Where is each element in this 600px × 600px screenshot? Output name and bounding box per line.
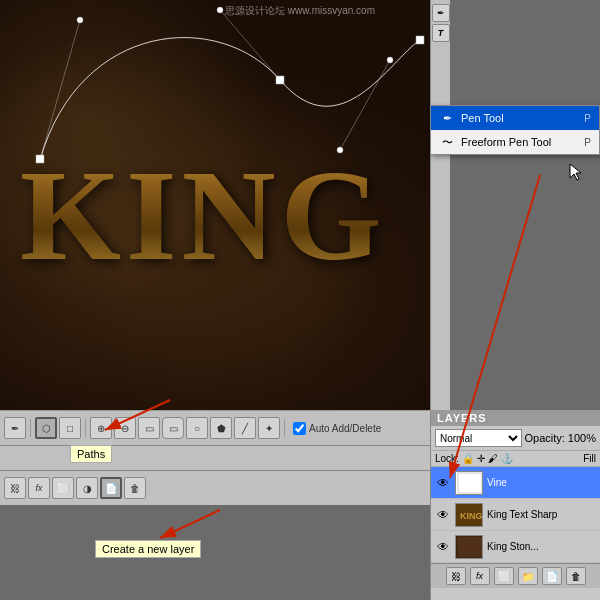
svg-line-19 [160, 510, 220, 538]
layer-eye-king-stone[interactable]: 👁 [435, 539, 451, 555]
opacity-value: 100% [568, 432, 596, 444]
rounded-rect-btn[interactable]: ▭ [162, 417, 184, 439]
polygon-btn[interactable]: ⬟ [210, 417, 232, 439]
pen-tool-dropdown: ✒ Pen Tool P 〜 Freeform Pen Tool P [430, 105, 600, 155]
adjustment-btn[interactable]: ◑ [76, 477, 98, 499]
pen-tool-icon: ✒ [439, 110, 455, 126]
layer-name-vine: Vine [487, 477, 596, 488]
layer-thumb-vine [455, 471, 483, 495]
lock-icon[interactable]: 🔒 [462, 453, 474, 464]
svg-text:KING: KING [460, 511, 482, 521]
canvas-area: KING [0, 0, 430, 410]
svg-rect-15 [458, 537, 482, 557]
paths-tooltip: Paths [70, 445, 112, 463]
subtract-path-btn[interactable]: ⊖ [114, 417, 136, 439]
line-btn[interactable]: ╱ [234, 417, 256, 439]
lock-label: Lock: [435, 453, 459, 464]
pen-tool-label: Pen Tool [461, 112, 504, 124]
layer-eye-king-text[interactable]: 👁 [435, 507, 451, 523]
watermark: 思源设计论坛 www.missvyan.com [225, 4, 375, 18]
freeform-pen-label: Freeform Pen Tool [461, 136, 551, 148]
new-group-btn[interactable]: 📁 [518, 567, 538, 585]
move-icon[interactable]: ✛ [477, 453, 485, 464]
add-path-btn[interactable]: ⊕ [90, 417, 112, 439]
brush-icon[interactable]: 🖌 [488, 453, 498, 464]
layer-eye-vine[interactable]: 👁 [435, 475, 451, 491]
fill-label: Fill [583, 453, 596, 464]
auto-add-delete-area: Auto Add/Delete [293, 422, 381, 435]
layers-title: LAYERS [431, 410, 600, 426]
layers-panel: LAYERS Normal Opacity: 100% Lock: 🔒 ✛ 🖌 … [430, 410, 600, 600]
freeform-pen-tool-item[interactable]: 〜 Freeform Pen Tool P [431, 130, 599, 154]
opacity-label: Opacity: [525, 432, 565, 444]
text-tool-button[interactable]: T [432, 24, 450, 42]
paths-btn[interactable]: ⬡ [35, 417, 57, 439]
mask-btn[interactable]: ⬜ [52, 477, 74, 499]
pen-tool-item[interactable]: ✒ Pen Tool P [431, 106, 599, 130]
fx-btn[interactable]: fx [28, 477, 50, 499]
right-toolbar: ✒ T [430, 0, 450, 410]
sep3 [284, 419, 285, 437]
main-toolbar: ✒ ⬡ □ ⊕ ⊖ ▭ ▭ ○ ⬟ ╱ ✦ Auto Add/Delete [0, 410, 430, 445]
new-layer-panel-btn[interactable]: 📄 [542, 567, 562, 585]
new-layer-tooltip: Create a new layer [95, 540, 201, 558]
layer-fx-btn[interactable]: fx [470, 567, 490, 585]
auto-add-delete-checkbox[interactable] [293, 422, 306, 435]
pen-tool-button[interactable]: ✒ [432, 4, 450, 22]
layer-thumb-king-text: KING [455, 503, 483, 527]
link-btn[interactable]: ⛓ [4, 477, 26, 499]
bottom-strip: ⛓ fx ⬜ ◑ 📄 🗑 [0, 470, 430, 505]
anchor-icon[interactable]: ⚓ [501, 453, 513, 464]
blend-mode-select[interactable]: Normal [435, 429, 522, 447]
layer-item-king-text[interactable]: 👁 KING King Text Sharp [431, 499, 600, 531]
new-layer-btn[interactable]: 📄 [100, 477, 122, 499]
layers-controls: Normal Opacity: 100% [431, 426, 600, 451]
layer-thumb-king-stone [455, 535, 483, 559]
pen-tool-shortcut: P [584, 113, 591, 124]
freeform-pen-icon: 〜 [439, 134, 455, 150]
lock-row: Lock: 🔒 ✛ 🖌 ⚓ Fill [431, 451, 600, 467]
layer-name-king-stone: King Ston... [487, 541, 596, 552]
mouse-cursor [568, 162, 584, 184]
svg-rect-10 [456, 471, 482, 495]
sep1 [30, 419, 31, 437]
layer-item-vine[interactable]: 👁 Vine [431, 467, 600, 499]
freeform-pen-shortcut: P [584, 137, 591, 148]
king-text: KING [20, 140, 387, 290]
ellipse-btn[interactable]: ○ [186, 417, 208, 439]
status-bar [0, 445, 430, 470]
delete-layer-btn[interactable]: 🗑 [124, 477, 146, 499]
delete-layer-panel-btn[interactable]: 🗑 [566, 567, 586, 585]
shapes-btn[interactable]: □ [59, 417, 81, 439]
link-layers-btn[interactable]: ⛓ [446, 567, 466, 585]
add-mask-btn[interactable]: ⬜ [494, 567, 514, 585]
pen-select-btn[interactable]: ✒ [4, 417, 26, 439]
canvas-background: KING [0, 0, 430, 410]
layer-buttons: ⛓ fx ⬜ 📁 📄 🗑 [431, 563, 600, 588]
auto-add-delete-label: Auto Add/Delete [309, 423, 381, 434]
sep2 [85, 419, 86, 437]
layer-name-king-text: King Text Sharp [487, 509, 596, 520]
custom-shape-btn[interactable]: ✦ [258, 417, 280, 439]
rect-shape-btn[interactable]: ▭ [138, 417, 160, 439]
layer-item-king-stone[interactable]: 👁 King Ston... [431, 531, 600, 563]
